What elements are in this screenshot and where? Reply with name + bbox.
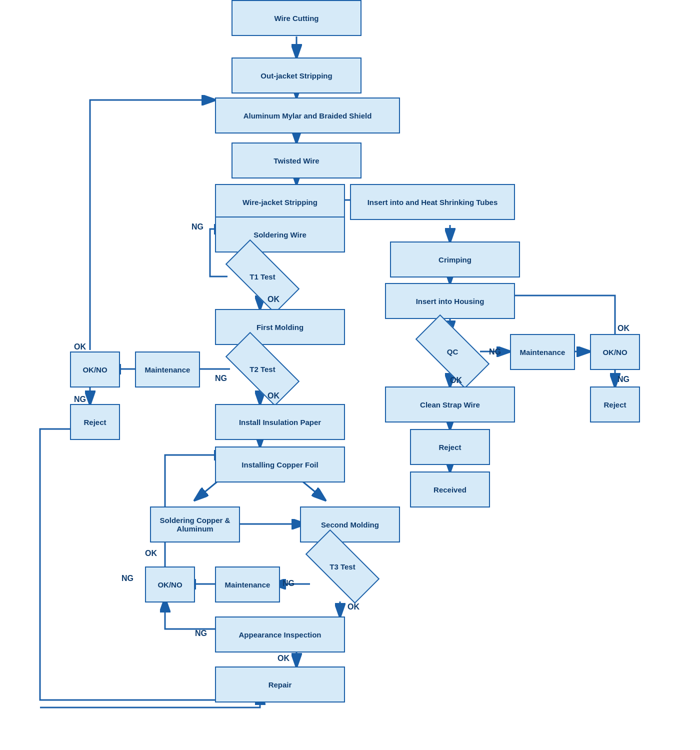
out-jacket-stripping-box: Out-jacket Stripping <box>232 58 362 94</box>
soldering-wire-box: Soldering Wire <box>215 216 345 252</box>
qc-label: QC <box>447 348 458 356</box>
first-molding-box: First Molding <box>215 309 345 345</box>
insert-housing-label: Insert into Housing <box>416 297 484 306</box>
wire-cutting-box: Wire Cutting <box>232 0 362 36</box>
okno-left-label: OK/NO <box>82 366 107 374</box>
insert-housing-box: Insert into Housing <box>385 283 515 319</box>
reject-mid-label: Reject <box>438 443 461 452</box>
ok-t2: OK <box>268 392 280 400</box>
ng-t2: NG <box>215 374 227 383</box>
repair-box: Repair <box>215 666 345 702</box>
maintenance-left-label: Maintenance <box>145 366 190 374</box>
okno-bottom-label: OK/NO <box>158 580 182 589</box>
okno-right-label: OK/NO <box>602 348 627 356</box>
ng-okno-bottom: NG <box>122 574 134 583</box>
wire-jacket-label: Wire-jacket Stripping <box>242 198 318 206</box>
soldering-copper-box: Soldering Copper & Aluminum <box>150 506 240 542</box>
t1-test-label: T1 Test <box>250 272 275 281</box>
maintenance-right-label: Maintenance <box>520 348 566 356</box>
second-molding-box: Second Molding <box>300 506 400 542</box>
clean-strap-label: Clean Strap Wire <box>420 400 480 409</box>
appearance-inspection-label: Appearance Inspection <box>238 630 321 639</box>
t3-test-label: T3 Test <box>330 562 355 571</box>
aluminum-mylar-box: Aluminum Mylar and Braided Shield <box>215 98 400 134</box>
t2-test-diamond: T2 Test <box>228 352 298 386</box>
maintenance-bottom-label: Maintenance <box>225 580 270 589</box>
ok-okno-left: OK <box>74 342 86 352</box>
reject-left-box: Reject <box>70 404 120 440</box>
ng-okno-left: NG <box>74 395 86 404</box>
soldering-wire-label: Soldering Wire <box>254 230 306 239</box>
okno-bottom-box: OK/NO <box>145 566 195 602</box>
t3-test-diamond: T3 Test <box>308 549 378 584</box>
t1-test-diamond: T1 Test <box>228 259 298 294</box>
crimping-box: Crimping <box>390 242 520 278</box>
soldering-copper-label: Soldering Copper & Aluminum <box>155 516 235 533</box>
reject-right-box: Reject <box>590 386 640 422</box>
repair-label: Repair <box>268 680 292 689</box>
ng-t1: NG <box>192 222 204 232</box>
ng-okno-right: NG <box>618 375 630 384</box>
install-insulation-box: Install Insulation Paper <box>215 404 345 440</box>
twisted-wire-box: Twisted Wire <box>232 142 362 178</box>
ok-t1: OK <box>268 295 280 304</box>
aluminum-mylar-label: Aluminum Mylar and Braided Shield <box>244 112 372 120</box>
ok-t3: OK <box>348 602 360 612</box>
installing-copper-label: Installing Copper Foil <box>242 460 318 469</box>
ng-qc: NG <box>489 348 501 356</box>
okno-right-box: OK/NO <box>590 334 640 370</box>
maintenance-right-box: Maintenance <box>510 334 575 370</box>
reject-left-label: Reject <box>84 418 106 426</box>
ok-okno-bottom: OK <box>145 549 157 558</box>
crimping-label: Crimping <box>438 256 472 264</box>
ok-appearance: OK <box>278 654 290 663</box>
appearance-inspection-box: Appearance Inspection <box>215 616 345 652</box>
received-label: Received <box>434 486 466 494</box>
out-jacket-label: Out-jacket Stripping <box>260 72 332 80</box>
okno-left-box: OK/NO <box>70 352 120 388</box>
wire-jacket-stripping-box: Wire-jacket Stripping <box>215 184 345 220</box>
maintenance-left-box: Maintenance <box>135 352 200 388</box>
wire-cutting-label: Wire Cutting <box>274 14 318 22</box>
twisted-wire-label: Twisted Wire <box>274 156 319 165</box>
qc-diamond: QC <box>418 334 488 369</box>
t2-test-label: T2 Test <box>250 365 275 374</box>
maintenance-bottom-box: Maintenance <box>215 566 280 602</box>
ok-qc: OK <box>450 376 462 385</box>
insert-heat-box: Insert into and Heat Shrinking Tubes <box>350 184 515 220</box>
received-box: Received <box>410 472 490 508</box>
insert-heat-label: Insert into and Heat Shrinking Tubes <box>368 198 498 206</box>
installing-copper-box: Installing Copper Foil <box>215 446 345 482</box>
install-insulation-label: Install Insulation Paper <box>239 418 321 426</box>
ok-okno-right: OK <box>618 324 630 333</box>
ng-t3: NG <box>282 579 294 588</box>
first-molding-label: First Molding <box>256 323 304 332</box>
second-molding-label: Second Molding <box>321 520 379 529</box>
ng-appearance: NG <box>195 629 207 638</box>
reject-mid-box: Reject <box>410 429 490 465</box>
reject-right-label: Reject <box>604 400 626 409</box>
clean-strap-box: Clean Strap Wire <box>385 386 515 422</box>
